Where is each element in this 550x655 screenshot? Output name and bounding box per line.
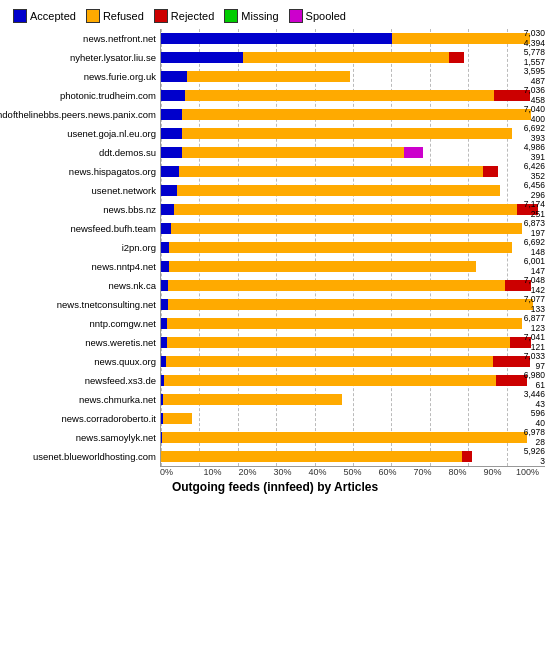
bar-stack-18 <box>161 375 527 386</box>
bar-accepted-3 <box>161 90 185 101</box>
bar-label-20: 59640 <box>531 409 545 428</box>
y-label-10: newsfeed.bufh.team <box>5 219 160 238</box>
legend-refused-label: Refused <box>103 10 144 22</box>
bar-label-2: 3,595487 <box>524 67 545 86</box>
bar-label-10: 6,873197 <box>524 219 545 238</box>
bar-row-2: 3,595487 <box>161 67 545 86</box>
bar-stack-13 <box>161 280 531 291</box>
bar-row-16: 7,041121 <box>161 333 545 352</box>
bar-refused-14 <box>168 299 533 310</box>
y-label-14: news.tnetconsulting.net <box>5 295 160 314</box>
bar-accepted-7 <box>161 166 179 177</box>
bar-stack-8 <box>161 185 500 196</box>
bar-accepted-12 <box>161 261 169 272</box>
y-label-22: usenet.blueworldhosting.com <box>5 447 160 466</box>
bar-row-1: 5,7781,557 <box>161 48 545 67</box>
bar-refused-21 <box>162 432 527 443</box>
bar-label-15: 6,877123 <box>524 314 545 333</box>
x-tick-6: 60% <box>370 467 405 477</box>
x-tick-3: 30% <box>265 467 300 477</box>
bar-stack-10 <box>161 223 522 234</box>
bar-accepted-10 <box>161 223 171 234</box>
legend: Accepted Refused Rejected Missing Spoole… <box>5 5 545 29</box>
bar-label-14: 7,077133 <box>524 295 545 314</box>
bar-stack-17 <box>161 356 530 367</box>
x-tick-8: 80% <box>440 467 475 477</box>
legend-accepted: Accepted <box>13 9 76 23</box>
bar-row-19: 3,44643 <box>161 390 545 409</box>
bar-label-8: 6,456296 <box>524 181 545 200</box>
y-label-20: news.corradoroberto.it <box>5 409 160 428</box>
legend-rejected: Rejected <box>154 9 214 23</box>
bar-rejected-18 <box>496 375 528 386</box>
bar-refused-7 <box>179 166 482 177</box>
x-tick-4: 40% <box>300 467 335 477</box>
bar-row-18: 6,98061 <box>161 371 545 390</box>
legend-refused: Refused <box>86 9 144 23</box>
bar-accepted-5 <box>161 128 182 139</box>
bar-label-0: 7,0304,394 <box>524 29 545 48</box>
bar-row-4: 7,040400 <box>161 105 545 124</box>
bar-label-7: 6,426352 <box>524 162 545 181</box>
bar-row-20: 59640 <box>161 409 545 428</box>
bar-accepted-0 <box>161 33 392 44</box>
bar-stack-5 <box>161 128 512 139</box>
bar-accepted-11 <box>161 242 169 253</box>
bar-stack-19 <box>161 394 342 405</box>
bar-accepted-4 <box>161 109 182 120</box>
refused-color-box <box>86 9 100 23</box>
bar-stack-9 <box>161 204 538 215</box>
bar-label-12: 6,001147 <box>524 257 545 276</box>
y-label-7: news.hispagatos.org <box>5 162 160 181</box>
bar-stack-3 <box>161 90 530 101</box>
bars-rows: 7,0304,3945,7781,5573,5954877,0364587,04… <box>161 29 545 466</box>
bar-refused-10 <box>171 223 521 234</box>
y-label-12: news.nntp4.net <box>5 257 160 276</box>
missing-color-box <box>224 9 238 23</box>
bar-stack-6 <box>161 147 423 158</box>
bar-label-16: 7,041121 <box>524 333 545 352</box>
bar-row-8: 6,456296 <box>161 181 545 200</box>
y-label-5: usenet.goja.nl.eu.org <box>5 124 160 143</box>
bar-row-21: 6,97828 <box>161 428 545 447</box>
x-tick-7: 70% <box>405 467 440 477</box>
bar-stack-12 <box>161 261 476 272</box>
legend-missing: Missing <box>224 9 278 23</box>
bar-refused-1 <box>243 52 449 63</box>
bar-row-5: 6,692393 <box>161 124 545 143</box>
chart-container: Accepted Refused Rejected Missing Spoole… <box>0 0 550 524</box>
bar-refused-17 <box>166 356 493 367</box>
legend-missing-label: Missing <box>241 10 278 22</box>
bar-stack-15 <box>161 318 522 329</box>
x-tick-10: 100% <box>510 467 545 477</box>
bar-row-15: 6,877123 <box>161 314 545 333</box>
legend-accepted-label: Accepted <box>30 10 76 22</box>
bar-refused-19 <box>163 394 342 405</box>
y-label-0: news.netfront.net <box>5 29 160 48</box>
legend-spooled: Spooled <box>289 9 346 23</box>
bar-refused-3 <box>185 90 494 101</box>
x-tick-0: 0% <box>160 467 195 477</box>
bar-stack-14 <box>161 299 533 310</box>
bar-refused-12 <box>169 261 476 272</box>
bar-accepted-1 <box>161 52 243 63</box>
bar-row-17: 7,03397 <box>161 352 545 371</box>
y-label-8: usenet.network <box>5 181 160 200</box>
bar-label-21: 6,97828 <box>524 428 545 447</box>
chart-body: news.netfront.netnyheter.lysator.liu.sen… <box>5 29 545 467</box>
x-tick-9: 90% <box>475 467 510 477</box>
bar-refused-8 <box>177 185 500 196</box>
accepted-color-box <box>13 9 27 23</box>
bar-row-12: 6,001147 <box>161 257 545 276</box>
bars-area: 7,0304,3945,7781,5573,5954877,0364587,04… <box>160 29 545 467</box>
bar-label-19: 3,44643 <box>524 390 545 409</box>
y-labels: news.netfront.netnyheter.lysator.liu.sen… <box>5 29 160 467</box>
bar-refused-5 <box>182 128 513 139</box>
y-label-1: nyheter.lysator.liu.se <box>5 48 160 67</box>
bar-refused-4 <box>182 109 531 120</box>
y-label-21: news.samoylyk.net <box>5 428 160 447</box>
bar-refused-13 <box>168 280 504 291</box>
bar-row-14: 7,077133 <box>161 295 545 314</box>
rejected-color-box <box>154 9 168 23</box>
bar-refused-2 <box>187 71 350 82</box>
